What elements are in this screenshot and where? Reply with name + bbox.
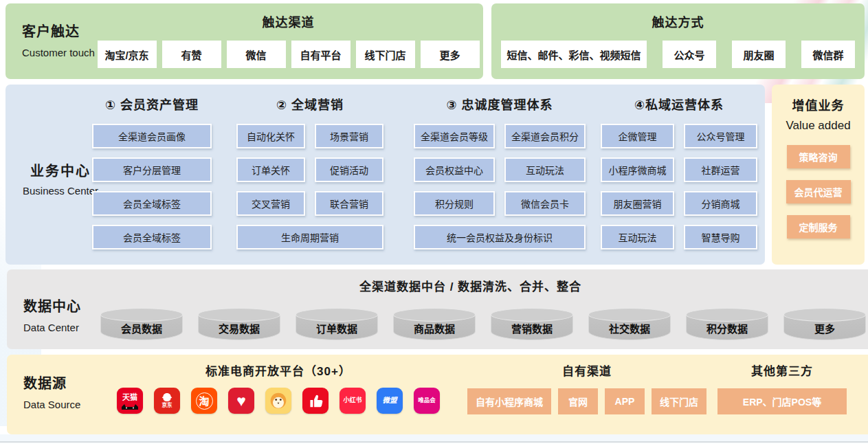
- business-module-box: 社群运营: [684, 157, 757, 182]
- database-cylinder: 交易数据: [198, 308, 280, 341]
- business-module-box: 促销活动: [315, 157, 383, 182]
- own-channel-box: APP: [605, 388, 645, 414]
- channel-box: 有赞: [162, 41, 221, 68]
- database-cylinder: 社交数据: [588, 308, 671, 341]
- method-box: 微信群: [801, 41, 855, 68]
- value-added-label-zh: 增值业务: [772, 96, 865, 113]
- brand-icons-row: 天猫京东淘♥小红书微盟唯品会: [96, 388, 460, 414]
- channel-box: 淘宝/京东: [98, 41, 157, 68]
- value-added-panel: 增值业务 Value added 策略咨询会员代运营定制服务: [772, 85, 865, 265]
- business-module-box: 互动玩法: [601, 225, 674, 249]
- business-section-4: ④私域运营体系企微管理公众号管理小程序微商城社群运营朋友圈营销分销商城互动玩法智…: [598, 85, 760, 265]
- data-source-label-en: Data Source: [23, 399, 80, 410]
- third-party-zone: 其他第三方 ERP、门店POS等: [713, 355, 851, 414]
- business-section-title: ① 会员资产管理: [82, 95, 221, 113]
- xiaohongshu-icon: 小红书: [340, 388, 366, 414]
- customer-touch-label-en: Customer touch: [22, 47, 95, 58]
- database-label: 商品数据: [393, 321, 476, 335]
- channels-area: 触达渠道 淘宝/京东有赞微信自有平台线下门店更多: [100, 3, 476, 79]
- data-center-title: 全渠道数据中台 / 数据清洗、合并、整合: [7, 277, 868, 294]
- business-module-box: 交叉营销: [236, 191, 305, 216]
- business-section-title: ④私域运营体系: [598, 95, 760, 113]
- database-cylinder: 订单数据: [296, 308, 378, 341]
- business-module-box: 场景营销: [315, 124, 383, 148]
- methods-title: 触达方式: [501, 12, 855, 30]
- method-box: 公众号: [663, 41, 716, 68]
- database-label: 积分数据: [686, 321, 768, 335]
- database-label: 营销数据: [491, 321, 573, 335]
- business-module-box: 全渠道会员积分: [504, 124, 586, 148]
- brand-label: 微盟: [383, 397, 397, 405]
- business-module-box: 朋友圈营销: [601, 191, 674, 216]
- data-center-label-zh: 数据中心: [23, 296, 81, 315]
- bottom-edge-strip: [0, 434, 868, 444]
- business-module-box: 分销商城: [684, 191, 757, 216]
- business-module-box: 客户分层管理: [92, 157, 212, 182]
- data-source-label: 数据源 Data Source: [23, 373, 80, 410]
- database-cylinder: 更多: [783, 308, 866, 341]
- channel-buttons-row: 淘宝/京东有赞微信自有平台线下门店更多: [100, 41, 476, 68]
- channel-box: 微信: [227, 41, 286, 68]
- own-channel-buttons-row: 自有小程序商城官网APP线下门店: [452, 388, 722, 414]
- own-channel-box: 官网: [558, 388, 598, 414]
- channel-box: 更多: [421, 41, 480, 68]
- jd-icon: 京东: [154, 388, 180, 414]
- vipshop-icon: 唯品会: [414, 388, 440, 414]
- brand-label: 小红书: [343, 397, 361, 404]
- customer-touch-label: 客户触达 Customer touch: [22, 21, 95, 58]
- business-module-box: 企微管理: [601, 124, 674, 148]
- database-cylinder: 会员数据: [100, 308, 183, 341]
- business-module-box: 互动玩法: [504, 157, 586, 182]
- third-party-buttons-row: ERP、门店POS等: [713, 388, 851, 414]
- business-module-box: 会员全域标签: [92, 225, 212, 249]
- channels-title: 触达渠道: [100, 12, 476, 30]
- business-module-box: 自动化关怀: [236, 124, 305, 148]
- data-center-label: 数据中心 Data Center: [23, 296, 81, 333]
- database-label: 交易数据: [198, 321, 280, 335]
- value-added-box: 策略咨询: [787, 145, 850, 168]
- business-module-box: 微信会员卡: [504, 191, 586, 216]
- business-section-grid: 全渠道会员等级全渠道会员积分会员权益中心互动玩法积分规则微信会员卡统一会员权益及…: [411, 124, 588, 249]
- data-center-label-en: Data Center: [23, 322, 81, 333]
- channel-box: 自有平台: [291, 41, 350, 68]
- database-cylinder: 营销数据: [491, 308, 573, 341]
- channel-box: 线下门店: [356, 41, 415, 68]
- value-added-buttons: 策略咨询会员代运营定制服务: [772, 145, 865, 238]
- business-section-1: ① 会员资产管理全渠道会员画像客户分层管理会员全域标签会员全域标签: [82, 85, 221, 265]
- method-buttons-row: 短信、邮件、彩信、视频短信公众号朋友圈微信群: [501, 41, 855, 68]
- own-channel-box: 自有小程序商城: [467, 388, 551, 414]
- taobao-icon: 淘: [191, 388, 217, 414]
- brand-label: 唯品会: [418, 397, 436, 403]
- database-label: 会员数据: [100, 321, 183, 335]
- tmall-icon: 天猫: [117, 388, 143, 414]
- method-box: 朋友圈: [732, 41, 786, 68]
- brand-label: 天猫: [122, 393, 137, 401]
- business-module-box: 生命周期营销: [236, 225, 383, 249]
- business-module-box: 公众号管理: [684, 124, 757, 148]
- database-label: 社交数据: [588, 321, 671, 335]
- database-label: 订单数据: [296, 321, 378, 335]
- business-module-box: 联合营销: [315, 191, 383, 216]
- business-module-box: 统一会员权益及身份标识: [414, 225, 586, 249]
- business-module-box: 积分规则: [414, 191, 495, 216]
- business-module-box: 全渠道会员画像: [92, 124, 212, 148]
- weimob-icon: 微盟: [377, 388, 403, 414]
- brand-label: ♥: [236, 393, 246, 409]
- business-module-box: 全渠道会员等级: [414, 124, 495, 148]
- business-section-grid: 自动化关怀场景营销订单关怀促销活动交叉营销联合营销生命周期营销: [234, 124, 386, 249]
- database-cylinder: 商品数据: [393, 308, 476, 341]
- ecommerce-platforms-title: 标准电商开放平台（30+）: [96, 362, 460, 378]
- data-source-label-zh: 数据源: [23, 373, 80, 392]
- own-channels-zone: 自有渠道 自有小程序商城官网APP线下门店: [452, 355, 722, 414]
- value-added-box: 定制服务: [787, 215, 850, 238]
- business-module-box: 订单关怀: [236, 157, 305, 182]
- value-added-label-en: Value added: [772, 119, 865, 133]
- business-section-grid: 全渠道会员画像客户分层管理会员全域标签会员全域标签: [82, 124, 221, 249]
- data-source-panel: 数据源 Data Source 标准电商开放平台（30+） 天猫京东淘♥小红书微…: [7, 355, 868, 434]
- business-center-panel: 业务中心 Business Center ① 会员资产管理全渠道会员画像客户分层…: [5, 85, 765, 265]
- database-label: 更多: [783, 321, 866, 335]
- business-section-3: ③ 忠诚度管理体系全渠道会员等级全渠道会员积分会员权益中心互动玩法积分规则微信会…: [411, 85, 588, 265]
- third-party-box: ERP、门店POS等: [717, 388, 847, 414]
- business-module-box: 智慧导购: [684, 225, 757, 249]
- brand-label: 淘: [196, 392, 213, 410]
